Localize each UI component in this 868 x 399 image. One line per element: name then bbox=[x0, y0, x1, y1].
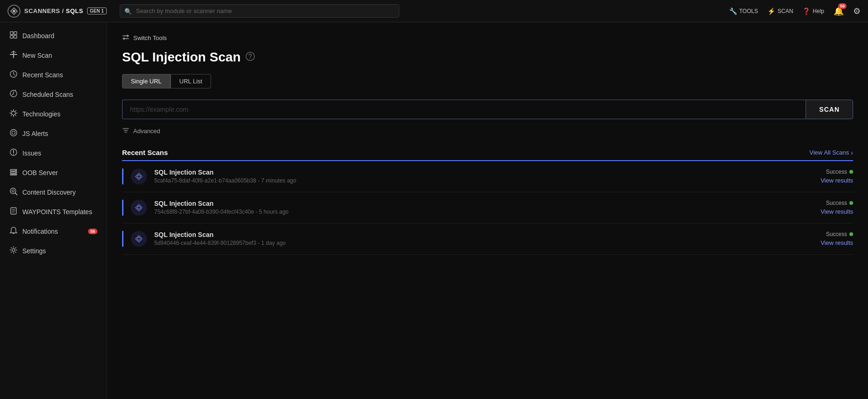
status-dot bbox=[849, 201, 853, 205]
url-input-row: SCAN bbox=[122, 100, 853, 119]
recent-scans-title: Recent Scans bbox=[122, 149, 168, 156]
notification-bell[interactable]: 🔔 56 bbox=[834, 6, 844, 16]
recent-scans-icon bbox=[9, 70, 18, 80]
sidebar-item-recent-scans[interactable]: Recent Scans bbox=[0, 65, 107, 85]
help-button[interactable]: ❓ Help bbox=[802, 7, 824, 15]
svg-rect-2 bbox=[10, 32, 13, 34]
notification-count: 56 bbox=[838, 3, 847, 9]
oob-server-icon bbox=[9, 168, 18, 178]
page-help-icon[interactable] bbox=[246, 52, 255, 63]
search-bar[interactable]: 🔍 bbox=[120, 4, 399, 18]
sidebar-item-waypoints-templates[interactable]: WAYPOINTS Templates bbox=[0, 202, 107, 222]
scan-status-area: Success View results bbox=[820, 169, 853, 184]
js-alerts-icon bbox=[9, 128, 18, 139]
sidebar-item-dashboard[interactable]: Dashboard bbox=[0, 26, 107, 46]
scan-name: SQL Injection Scan bbox=[154, 200, 813, 207]
svg-point-26 bbox=[137, 237, 140, 240]
scan-info: SQL Injection Scan 5caf4a75-8daf-40f6-a2… bbox=[154, 169, 813, 184]
view-results-link-0[interactable]: View results bbox=[820, 177, 853, 184]
notifications-icon bbox=[9, 226, 18, 237]
notifications-badge: 56 bbox=[88, 229, 97, 234]
sidebar-item-notifications[interactable]: Notifications 56 bbox=[0, 222, 107, 241]
scan-button[interactable]: ⚡ SCAN bbox=[767, 7, 793, 15]
view-results-link-2[interactable]: View results bbox=[820, 239, 853, 246]
main-content: Switch Tools SQL Injection Scan Single U… bbox=[107, 22, 868, 399]
scan-avatar bbox=[131, 231, 147, 247]
svg-point-18 bbox=[10, 188, 16, 194]
svg-point-8 bbox=[12, 111, 15, 115]
tab-url-list[interactable]: URL List bbox=[171, 74, 211, 88]
scan-id: 5caf4a75-8daf-40f6-a2e1-b74aa0605b38 - 7… bbox=[154, 177, 813, 184]
svg-point-12 bbox=[13, 154, 14, 155]
scan-status-area: Success View results bbox=[820, 200, 853, 216]
sidebar-item-js-alerts[interactable]: JS Alerts bbox=[0, 124, 107, 143]
settings-icon: ⚙ bbox=[853, 6, 861, 16]
svg-point-9 bbox=[10, 129, 17, 136]
scan-submit-button[interactable]: SCAN bbox=[806, 100, 853, 119]
scan-info: SQL Injection Scan 5d940446-ceaf-4e44-83… bbox=[154, 231, 813, 247]
sidebar-item-settings[interactable]: Settings bbox=[0, 241, 107, 261]
sidebar: Dashboard New Scan Recent Scans Schedule… bbox=[0, 22, 107, 399]
url-input[interactable] bbox=[122, 100, 806, 119]
svg-point-19 bbox=[12, 190, 14, 192]
help-icon: ❓ bbox=[802, 7, 810, 15]
waypoints-icon bbox=[9, 207, 18, 217]
status-badge: Success bbox=[826, 231, 853, 237]
status-dot bbox=[849, 232, 853, 236]
scan-info: SQL Injection Scan 754c68f8-27bf-4a08-b3… bbox=[154, 200, 813, 216]
scan-id: 5d940446-ceaf-4e44-839f-90128957bef3 - 1… bbox=[154, 240, 813, 246]
recent-scans-header: Recent Scans View All Scans › bbox=[122, 149, 853, 161]
svg-point-16 bbox=[15, 170, 16, 171]
view-all-scans-link[interactable]: View All Scans › bbox=[809, 149, 853, 156]
technologies-icon bbox=[9, 109, 18, 119]
scan-avatar bbox=[131, 200, 147, 216]
scan-avatar bbox=[131, 169, 147, 184]
scan-item-divider bbox=[122, 200, 123, 216]
dashboard-icon bbox=[9, 31, 18, 41]
advanced-icon bbox=[122, 127, 130, 135]
settings-nav-button[interactable]: ⚙ bbox=[853, 6, 861, 16]
sidebar-item-oob-server[interactable]: OOB Server bbox=[0, 163, 107, 183]
layout: Dashboard New Scan Recent Scans Schedule… bbox=[0, 22, 868, 399]
tab-group: Single URL URL List bbox=[122, 74, 853, 88]
settings-sidebar-icon bbox=[9, 246, 18, 256]
issues-icon bbox=[9, 148, 18, 158]
page-title: SQL Injection Scan bbox=[122, 50, 853, 65]
scan-item-divider bbox=[122, 169, 123, 184]
chevron-right-icon: › bbox=[851, 149, 853, 156]
sidebar-item-content-discovery[interactable]: Content Discovery bbox=[0, 183, 107, 202]
tools-button[interactable]: 🔧 TOOLS bbox=[729, 7, 758, 15]
advanced-toggle[interactable]: Advanced bbox=[122, 127, 853, 135]
search-input[interactable] bbox=[120, 4, 399, 18]
new-scan-icon bbox=[9, 50, 18, 61]
navbar: SCANNERS / SCANNERS / SQLSSQLS GEN 1 🔍 🔧… bbox=[0, 0, 868, 22]
svg-point-24 bbox=[137, 175, 140, 178]
scan-name: SQL Injection Scan bbox=[154, 231, 813, 238]
brand-title: SCANNERS / SCANNERS / SQLSSQLS bbox=[24, 7, 83, 14]
navbar-right: 🔧 TOOLS ⚡ SCAN ❓ Help 🔔 56 ⚙ bbox=[729, 6, 861, 16]
sidebar-item-issues[interactable]: Issues bbox=[0, 143, 107, 163]
sidebar-item-new-scan[interactable]: New Scan bbox=[0, 46, 107, 65]
svg-point-1 bbox=[13, 10, 15, 13]
search-icon: 🔍 bbox=[124, 7, 132, 14]
svg-point-23 bbox=[250, 58, 251, 59]
svg-rect-4 bbox=[10, 35, 13, 38]
switch-tools-button[interactable]: Switch Tools bbox=[122, 34, 853, 42]
svg-point-25 bbox=[137, 206, 140, 209]
scan-item: SQL Injection Scan 754c68f8-27bf-4a08-b3… bbox=[122, 192, 853, 223]
scan-status-area: Success View results bbox=[820, 231, 853, 247]
svg-rect-3 bbox=[14, 32, 17, 34]
svg-point-21 bbox=[12, 249, 15, 251]
sidebar-item-technologies[interactable]: Technologies bbox=[0, 104, 107, 124]
scan-name: SQL Injection Scan bbox=[154, 169, 813, 176]
view-results-link-1[interactable]: View results bbox=[820, 208, 853, 215]
content-discovery-icon bbox=[9, 187, 18, 197]
scan-item: SQL Injection Scan 5caf4a75-8daf-40f6-a2… bbox=[122, 161, 853, 192]
scan-item: SQL Injection Scan 5d940446-ceaf-4e44-83… bbox=[122, 223, 853, 255]
scan-item-divider bbox=[122, 231, 123, 247]
tab-single-url[interactable]: Single URL bbox=[122, 74, 171, 88]
scheduled-scans-icon bbox=[9, 89, 18, 100]
svg-rect-5 bbox=[14, 35, 17, 38]
svg-point-17 bbox=[15, 172, 16, 173]
sidebar-item-scheduled-scans[interactable]: Scheduled Scans bbox=[0, 85, 107, 104]
